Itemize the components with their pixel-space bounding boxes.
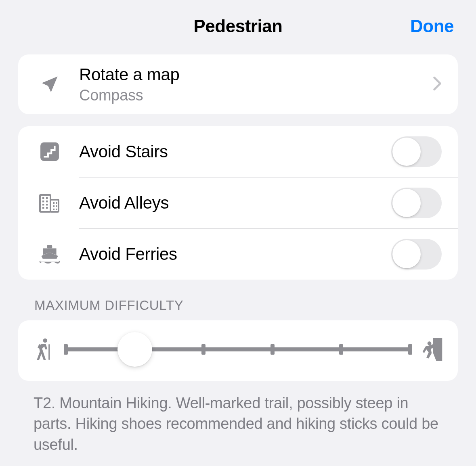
- avoid-options-card: Avoid Stairs Avoid Alleys: [18, 126, 458, 280]
- svg-rect-16: [56, 209, 57, 210]
- svg-point-19: [43, 339, 47, 343]
- page-title: Pedestrian: [194, 16, 283, 36]
- difficulty-section-label: MAXIMUM DIFFICULTY: [18, 292, 458, 320]
- chevron-right-icon: [433, 76, 442, 93]
- difficulty-description: T2. Mountain Hiking. Well-marked trail, …: [18, 381, 458, 455]
- avoid-stairs-label: Avoid Stairs: [79, 142, 391, 162]
- svg-rect-14: [56, 205, 57, 207]
- svg-rect-7: [46, 204, 48, 205]
- svg-rect-2: [42, 197, 44, 199]
- avoid-stairs-toggle[interactable]: [391, 136, 442, 167]
- svg-rect-9: [46, 207, 48, 209]
- buildings-icon: [38, 192, 61, 213]
- avoid-alleys-toggle[interactable]: [391, 188, 442, 218]
- avoid-stairs-content: Avoid Stairs: [79, 142, 391, 162]
- avoid-stairs-row: Avoid Stairs: [18, 126, 458, 177]
- hiker-icon: [34, 338, 54, 361]
- svg-rect-1: [40, 195, 50, 212]
- svg-rect-11: [53, 202, 55, 204]
- ferry-icon: [38, 243, 61, 265]
- svg-rect-18: [40, 259, 59, 261]
- svg-rect-6: [42, 204, 44, 205]
- difficulty-slider[interactable]: [66, 333, 410, 366]
- svg-rect-4: [42, 201, 44, 202]
- rotate-map-title: Rotate a map: [79, 65, 433, 85]
- svg-rect-17: [47, 245, 52, 248]
- rotate-map-content: Rotate a map Compass: [79, 65, 433, 104]
- avoid-alleys-label: Avoid Alleys: [79, 193, 391, 213]
- stairs-icon: [38, 142, 61, 162]
- svg-rect-12: [56, 202, 57, 204]
- avoid-ferries-content: Avoid Ferries: [79, 244, 391, 264]
- avoid-ferries-row: Avoid Ferries: [18, 229, 458, 280]
- avoid-alleys-row: Avoid Alleys: [18, 178, 458, 228]
- svg-rect-5: [46, 201, 48, 202]
- svg-rect-15: [53, 209, 55, 210]
- svg-point-21: [428, 341, 432, 345]
- location-arrow-icon: [38, 74, 61, 95]
- done-button[interactable]: Done: [410, 16, 454, 36]
- rotate-map-subtitle: Compass: [79, 87, 433, 104]
- difficulty-slider-card: [18, 320, 458, 381]
- rotate-card: Rotate a map Compass: [18, 54, 458, 114]
- climber-icon: [422, 338, 442, 361]
- svg-rect-8: [42, 207, 44, 209]
- avoid-ferries-label: Avoid Ferries: [79, 244, 391, 264]
- svg-rect-3: [46, 197, 48, 199]
- svg-rect-0: [40, 142, 59, 161]
- rotate-map-row[interactable]: Rotate a map Compass: [18, 54, 458, 114]
- avoid-alleys-content: Avoid Alleys: [79, 193, 391, 213]
- header: Pedestrian Done: [18, 8, 458, 44]
- avoid-ferries-toggle[interactable]: [391, 239, 442, 270]
- svg-rect-13: [53, 205, 55, 207]
- svg-rect-20: [48, 344, 50, 360]
